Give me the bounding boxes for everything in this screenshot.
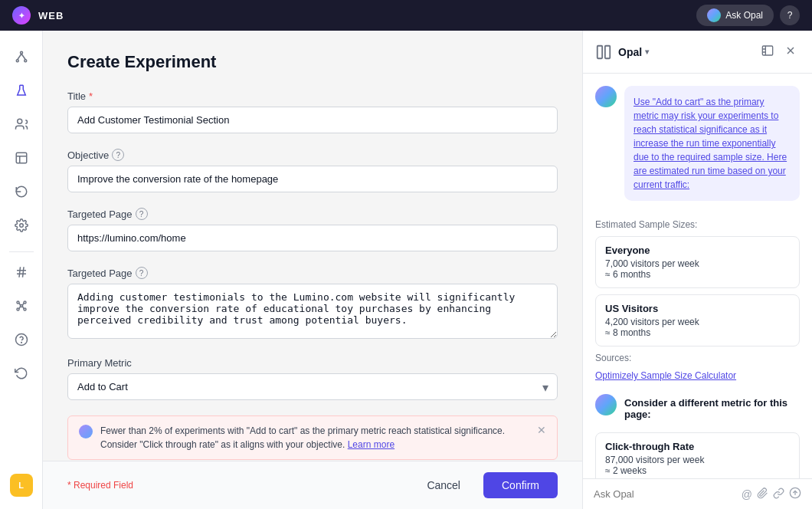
svg-line-4 [21,54,25,60]
required-note: * Required Field [67,480,133,491]
primary-metric-select[interactable]: Add to Cart Click-through Rate Revenue B… [67,373,558,400]
app-title: WEB [38,10,64,21]
hypothesis-textarea[interactable]: Adding customer testimonials to the Lumi… [67,284,558,339]
opal-consider-stats: Click-through Rate 87,000 visitors per w… [595,432,800,478]
opal-close-button[interactable] [781,41,800,62]
opal-orb-icon [707,8,721,22]
help-button[interactable]: ? [780,5,800,25]
opal-input-area: @ [583,478,812,509]
close-icon [784,44,797,57]
opal-consider-text: Consider a different metric for this pag… [624,394,800,420]
opal-header-actions [758,41,800,62]
objective-help-icon[interactable]: ? [112,149,124,161]
svg-point-9 [19,224,23,228]
opal-name-dropdown[interactable]: Opal ▾ [618,46,649,58]
required-star: * [89,90,93,102]
svg-rect-26 [605,45,610,58]
targeted-page-input[interactable] [67,225,558,251]
stat-everyone-label: Everyone [605,245,790,256]
sidebar-item-tag[interactable] [8,258,35,286]
hypothesis-label: Targeted Page ? [67,267,558,279]
left-form: Create Experiment Title * Objective ? [43,31,582,509]
opal-send-button[interactable] [789,487,801,501]
send-up-icon [789,487,801,499]
warning-opal-icon [79,425,93,438]
title-input[interactable] [67,107,558,133]
opal-messages: Use "Add to cart" as the primary metric … [583,74,812,478]
sidebar-item-undo[interactable] [8,360,35,387]
opal-attachment-button[interactable] [757,488,768,501]
opal-message-bubble-1: Use "Add to cart" as the primary metric … [624,86,800,201]
primary-metric-label: Primary Metric [67,357,558,369]
sidebar-item-settings[interactable] [8,212,35,239]
title-label: Title * [67,90,558,102]
opal-message-1: Use "Add to cart" as the primary metric … [595,86,800,201]
panel-layout-icon [595,44,612,61]
targeted-page-label: Targeted Page ? [67,208,558,220]
cancel-button[interactable]: Cancel [411,472,476,498]
sidebar-item-graph[interactable] [8,43,35,71]
topbar: ✦ WEB Ask Opal ? [0,0,812,31]
warning-learn-more-link[interactable]: Learn more [348,439,395,450]
sidebar-item-flask[interactable] [8,77,35,104]
warning-text: Fewer than 2% of experiments with "Add t… [100,424,529,452]
stat-ctr-duration: ≈ 2 weeks [605,465,790,476]
form-title: Create Experiment [67,52,558,72]
opal-stats-section: Estimated Sample Sizes: Everyone 7,000 v… [595,213,800,382]
opal-chat-input[interactable] [594,488,735,500]
warning-close-button[interactable]: ✕ [537,424,546,436]
confirm-button[interactable]: Confirm [483,472,558,498]
ask-opal-label: Ask Opal [725,10,763,21]
sources-label: Sources: [595,353,800,363]
opal-header: Opal ▾ [583,31,812,74]
main-layout: L Create Experiment Title * Objective ? [0,31,812,509]
ask-opal-button[interactable]: Ask Opal [696,5,774,26]
opal-share-button[interactable] [758,41,777,62]
objective-field-group: Objective ? [67,149,558,192]
stat-us-visitors: 4,200 visitors per week [605,317,790,327]
targeted-page-field-group: Targeted Page ? [67,208,558,251]
warning-banner: Fewer than 2% of experiments with "Add t… [67,415,558,460]
svg-point-0 [20,51,22,54]
help-label: ? [787,10,793,21]
hypothesis-field-group: Targeted Page ? Adding customer testimon… [67,267,558,342]
svg-point-5 [17,119,21,123]
share-icon [761,44,774,57]
svg-line-19 [19,303,21,305]
sidebar-item-layout[interactable] [8,144,35,172]
sidebar-item-users[interactable] [8,110,35,138]
stat-card-ctr: Click-through Rate 87,000 visitors per w… [595,432,800,478]
optimizely-link[interactable]: Optimizely Sample Size Calculator [595,370,736,381]
title-field-group: Title * [67,90,558,133]
app-logo: ✦ [12,6,31,25]
objective-input[interactable] [67,166,558,192]
opal-chevron-icon: ▾ [645,48,649,56]
estimated-label: Estimated Sample Sizes: [595,219,800,230]
sidebar-item-history[interactable] [8,178,35,205]
svg-line-3 [17,54,21,60]
stat-ctr-visitors: 87,000 visitors per week [605,455,790,465]
opal-message-link-1[interactable]: Use "Add to cart" as the primary metric … [634,97,787,190]
svg-line-21 [19,307,21,309]
targeted-page-help-icon[interactable]: ? [136,208,148,220]
sidebar-item-nodes[interactable] [8,292,35,320]
opal-mention-button[interactable]: @ [742,488,752,501]
paperclip-icon [757,488,768,499]
objective-label: Objective ? [67,149,558,161]
link-icon [773,488,784,499]
svg-rect-27 [762,46,772,55]
form-footer: * Required Field Cancel Confirm [43,461,582,509]
stat-card-us-visitors: US Visitors 4,200 visitors per week ≈ 8 … [595,294,800,346]
svg-line-12 [19,267,21,277]
stat-everyone-duration: ≈ 6 months [605,269,790,280]
opal-consider-orb [595,394,617,415]
footer-actions: Cancel Confirm [411,472,558,498]
opal-link-button[interactable] [773,488,784,501]
opal-input-actions: @ [742,487,801,501]
svg-rect-25 [598,45,602,58]
sidebar-item-help[interactable] [8,326,35,353]
sidebar: L [0,31,43,509]
user-avatar[interactable]: L [10,474,33,497]
svg-line-13 [22,267,24,277]
hypothesis-help-icon[interactable]: ? [136,267,148,279]
